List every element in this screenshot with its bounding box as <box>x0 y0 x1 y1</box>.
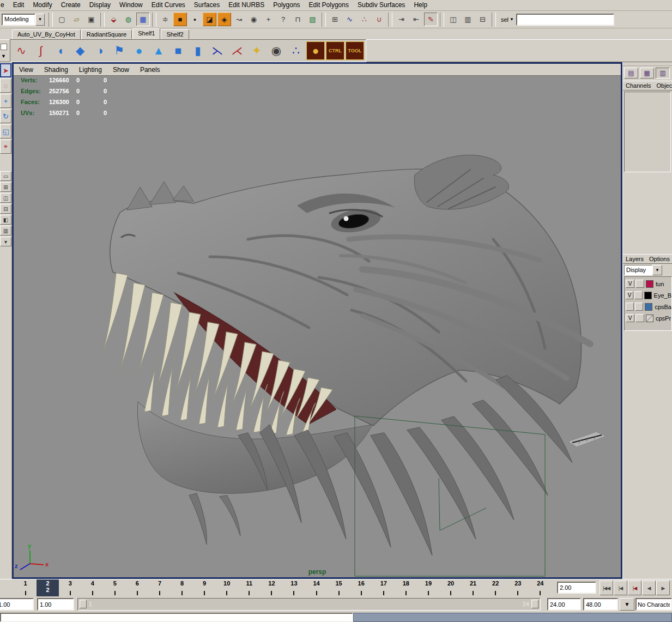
time-tick[interactable]: 16 <box>350 579 372 597</box>
show-manip-tool-icon[interactable]: ⌖ <box>0 140 11 154</box>
layout-more-icon[interactable]: ▾ <box>0 237 11 246</box>
rotate-tool-icon[interactable]: ↻ <box>0 109 11 123</box>
layer-visibility-toggle[interactable] <box>626 303 634 311</box>
anim-start-field[interactable] <box>0 598 34 611</box>
menu-item[interactable]: Create <box>57 0 85 10</box>
time-tick[interactable]: 15 <box>328 579 350 597</box>
lasso-tool-icon[interactable]: ◌ <box>0 78 11 93</box>
separator[interactable] <box>152 13 156 27</box>
scale-tool-icon[interactable]: ◱ <box>0 124 11 138</box>
layer-visibility-toggle[interactable]: V <box>626 291 633 299</box>
layer-playback-toggle[interactable] <box>635 314 644 322</box>
move-tool-icon[interactable]: + <box>0 94 11 108</box>
separator[interactable] <box>100 13 105 27</box>
separator[interactable] <box>388 13 392 27</box>
mask-curves-icon[interactable]: ↝ <box>232 13 246 26</box>
panel-menu-item[interactable]: Show <box>107 64 135 75</box>
revolve-icon[interactable]: ◖ <box>51 41 70 60</box>
select-tool-icon[interactable]: ➤ <box>0 63 11 77</box>
render-globals-icon[interactable]: ⊟ <box>476 13 489 26</box>
time-tick[interactable]: 10 <box>216 579 238 597</box>
ep-curve-tool-icon[interactable]: ∿ <box>12 41 31 60</box>
menu-item[interactable]: Surfaces <box>190 0 224 10</box>
mask-faces-icon[interactable]: ◈ <box>217 13 231 26</box>
Eye_B[interactable]: V Eye_B <box>625 289 671 301</box>
input-connections-icon[interactable]: ⇥ <box>395 13 408 26</box>
time-tick[interactable]: 2 2 <box>37 579 59 597</box>
menu-item[interactable]: Edit NURBS <box>224 0 269 10</box>
go-to-start-button[interactable]: |◀◀ <box>600 581 613 595</box>
marquee-select-icon[interactable]: ▧ <box>306 13 319 26</box>
show-channel-box-icon[interactable]: ▤ <box>624 68 638 78</box>
current-time-field[interactable] <box>557 582 596 594</box>
layer-name[interactable]: cpsPr <box>656 315 671 322</box>
select-object-icon[interactable]: ◍ <box>122 13 135 26</box>
playback-start-field[interactable] <box>37 598 74 611</box>
mask-points-icon[interactable]: ● <box>188 13 202 26</box>
time-tick[interactable]: 8 <box>171 579 193 597</box>
panel-menu-item[interactable]: View <box>14 64 39 75</box>
layout-four-view-icon[interactable]: ⊞ <box>0 182 11 192</box>
extrude-icon[interactable]: ◑ <box>90 41 109 60</box>
shelf-tab[interactable]: Shelf1 <box>132 28 160 39</box>
grid-snap-icon[interactable]: ⊞ <box>328 13 342 26</box>
shelf-tab[interactable]: Shelf2 <box>161 29 189 39</box>
channel-box-empty-area[interactable] <box>624 92 671 172</box>
menu-item[interactable]: Help <box>409 0 432 10</box>
menu-item[interactable]: Modify <box>28 0 56 10</box>
layout-two-side-icon[interactable]: ◫ <box>0 193 11 203</box>
camera-icon[interactable]: ◉ <box>267 41 286 60</box>
playback-end-field[interactable] <box>547 598 581 611</box>
shelf-tab[interactable]: Auto_UV_By_CoyHot <box>12 29 81 39</box>
gold-sphere-icon[interactable]: ● <box>306 41 325 60</box>
loft-icon[interactable]: ◆ <box>71 41 89 60</box>
menu-item[interactable]: Edit <box>9 0 29 10</box>
layer-playback-toggle[interactable] <box>635 280 644 288</box>
layout-outliner-icon[interactable]: ▥ <box>0 226 11 235</box>
highlight-mode-icon[interactable]: ≑ <box>159 13 172 26</box>
range-start-handle[interactable] <box>80 600 87 608</box>
command-line-input[interactable] <box>0 613 353 622</box>
time-tick[interactable]: 7 <box>148 579 171 597</box>
joint-tool-icon[interactable]: ⋋ <box>208 41 227 60</box>
particles-icon[interactable]: ∴ <box>287 41 305 60</box>
construction-history-icon[interactable]: ✎ <box>424 13 438 26</box>
layer-menu-item[interactable]: Options <box>646 255 672 263</box>
curve-snap-icon[interactable]: ∿ <box>343 13 356 26</box>
poly-cube-icon[interactable]: ■ <box>169 41 187 60</box>
layer-name[interactable]: tun <box>656 281 664 287</box>
time-tick[interactable]: 5 <box>104 579 126 597</box>
range-slider[interactable]: 1 24 <box>77 598 541 611</box>
character-set-field[interactable] <box>635 598 672 611</box>
mask-surfaces-icon[interactable]: ◉ <box>247 13 261 26</box>
layer-color-swatch[interactable] <box>646 315 653 322</box>
chevron-down-icon[interactable]: ▼ <box>652 265 662 275</box>
chevron-down-icon[interactable]: ▼ <box>35 14 45 26</box>
layout-two-stack-icon[interactable]: ⊟ <box>0 204 11 214</box>
time-tick[interactable]: 22 <box>485 579 507 597</box>
show-layer-editor-icon[interactable]: ▦ <box>640 68 654 78</box>
nurbs-cone-icon[interactable]: ▲ <box>149 41 168 60</box>
nurbs-sphere-icon[interactable]: ● <box>130 41 148 60</box>
locator-icon[interactable]: ✦ <box>247 41 266 60</box>
time-tick[interactable]: 13 <box>283 579 305 597</box>
time-tick[interactable]: 3 <box>59 579 81 597</box>
time-tick[interactable]: 1 <box>14 579 37 597</box>
time-tick[interactable]: 19 <box>417 579 439 597</box>
anim-end-field[interactable] <box>583 598 618 611</box>
prev-key-button[interactable]: |◀ <box>614 581 627 595</box>
range-end-handle[interactable] <box>531 600 538 608</box>
panel-menu-item[interactable]: Lighting <box>74 64 107 75</box>
mask-lines-icon[interactable]: ◪ <box>203 13 216 26</box>
render-current-frame-icon[interactable]: ◫ <box>446 13 460 26</box>
mask-plus-icon[interactable]: + <box>262 13 275 26</box>
play-forward-button[interactable]: ▶ <box>656 581 670 595</box>
ctrl-icon[interactable]: CTRL <box>326 41 344 60</box>
layer-visibility-toggle[interactable]: V <box>626 280 634 288</box>
panel-grip[interactable] <box>623 62 672 66</box>
shelf-spinner[interactable] <box>1 44 7 50</box>
open-scene-icon[interactable]: ▱ <box>70 13 83 26</box>
shelf-menu-arrow-icon[interactable]: ▼ <box>1 53 6 59</box>
time-slider-ticks[interactable]: 1 2 2 3 4 5 6 <box>14 579 552 597</box>
layer-visibility-toggle[interactable]: V <box>626 314 634 322</box>
